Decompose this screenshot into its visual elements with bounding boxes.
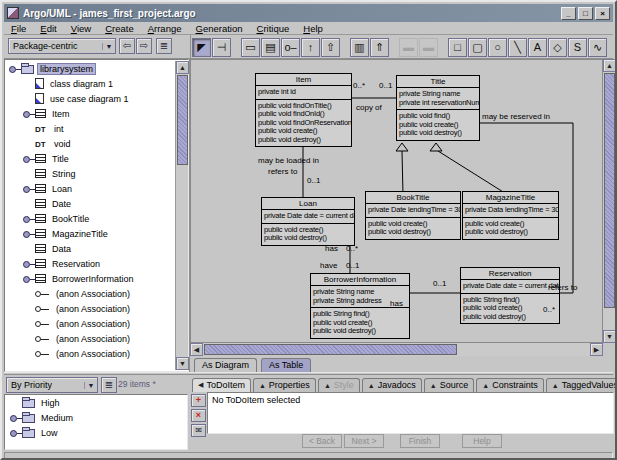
details-tab[interactable]: ◀ ToDoItem <box>192 378 251 392</box>
tree-item[interactable]: (anon Association) <box>6 316 174 331</box>
chevron-down-icon[interactable]: ▼ <box>102 43 115 50</box>
horizontal-splitter[interactable] <box>4 372 613 375</box>
finish-button[interactable]: Finish <box>400 434 440 448</box>
tree-item[interactable]: BookTitle <box>6 211 174 226</box>
operation[interactable]: public void find() <box>397 112 479 121</box>
details-tab[interactable]: ▲ Source <box>424 378 474 392</box>
menu-item[interactable]: Critique <box>250 22 297 35</box>
package-tool[interactable] <box>241 38 260 57</box>
expand-handle-icon[interactable] <box>22 304 35 314</box>
expand-handle-icon[interactable] <box>9 398 22 408</box>
class-tool[interactable] <box>261 38 280 57</box>
expand-handle-icon[interactable] <box>22 319 35 329</box>
ink-tool[interactable] <box>588 38 607 57</box>
todo-priority-folder[interactable]: Medium <box>5 410 187 425</box>
operation[interactable]: public void destroy() <box>463 228 558 237</box>
tree-item[interactable]: (anon Association) <box>6 346 174 361</box>
multiplicity-label[interactable]: 0..1 <box>433 279 446 288</box>
tree-item[interactable]: int <box>6 121 174 136</box>
generalization-booktitle-title[interactable] <box>402 151 403 195</box>
association-name-label[interactable]: copy of <box>356 103 382 112</box>
uml-class-reservation[interactable]: Reservation private Date date = current … <box>460 267 560 324</box>
operation[interactable]: public void destroy() <box>256 136 351 145</box>
spline-tool[interactable] <box>568 38 587 57</box>
tree-item[interactable]: Data <box>6 241 174 256</box>
operation[interactable]: public void findOnId() <box>256 110 351 119</box>
association-name-label[interactable]: refers to <box>268 167 297 176</box>
tree-item[interactable]: use case diagram 1 <box>6 91 174 106</box>
association-name-label[interactable]: may be loaded in <box>258 156 319 165</box>
scrollbar-thumb[interactable] <box>604 73 615 308</box>
scroll-down-icon[interactable]: ▼ <box>176 357 189 370</box>
diagram-horizontal-scrollbar[interactable]: ◀ ▶ <box>190 343 603 356</box>
expand-handle-icon[interactable] <box>8 64 21 74</box>
attribute[interactable]: private String name <box>311 288 409 297</box>
circle-tool[interactable] <box>488 38 507 57</box>
attribute[interactable]: private int reservationNumber <box>397 99 479 108</box>
perspective-order-button[interactable]: ≣ <box>156 38 172 54</box>
expand-handle-icon[interactable] <box>22 259 35 269</box>
uml-class-magazinetitle[interactable]: MagazineTitle private Data lendingTime =… <box>462 191 559 240</box>
broom-tool[interactable] <box>212 38 231 57</box>
nav-forward-button[interactable]: ⇨ <box>136 38 152 54</box>
menu-item[interactable]: View <box>64 22 98 35</box>
expand-handle-icon[interactable] <box>22 124 35 134</box>
attribute[interactable]: private String name <box>397 90 479 99</box>
diagram-view-tab[interactable]: As Table <box>261 358 311 372</box>
polygon-tool[interactable] <box>548 38 567 57</box>
rounded-rectangle-tool[interactable] <box>468 38 487 57</box>
scroll-up-icon[interactable]: ▲ <box>603 59 616 72</box>
operation[interactable]: public void destroy() <box>397 129 479 138</box>
operation[interactable]: public void findOnReservation() <box>256 119 351 128</box>
multiplicity-label[interactable]: 0..* <box>346 244 358 253</box>
expand-handle-icon[interactable] <box>22 184 35 194</box>
operation[interactable]: public String find() <box>461 296 559 305</box>
todo-priority-folder[interactable]: High <box>5 395 187 410</box>
expand-handle-icon[interactable] <box>22 244 35 254</box>
multiplicity-label[interactable]: 0..1 <box>346 261 359 270</box>
operation[interactable]: public void create() <box>256 127 351 136</box>
attribute[interactable]: private int id <box>256 88 351 97</box>
expand-handle-icon[interactable] <box>22 79 35 89</box>
back-button[interactable]: < Back <box>302 434 342 448</box>
todo-perspective-combo[interactable]: By Priority ▼ <box>6 377 98 393</box>
realization-tool[interactable] <box>321 38 340 57</box>
tree-item[interactable]: Loan <box>6 181 174 196</box>
operation-tool[interactable] <box>419 38 438 57</box>
generalization-magazinetitle-title[interactable] <box>438 151 508 195</box>
association-tool[interactable] <box>281 38 300 57</box>
delete-todoitem-button[interactable]: × <box>191 409 206 422</box>
attribute[interactable]: private Date date = current date <box>262 212 354 221</box>
details-tab[interactable]: ▲ Constraints <box>476 378 543 392</box>
tree-item[interactable]: Title <box>6 151 174 166</box>
expand-handle-icon[interactable] <box>22 169 35 179</box>
minimize-button[interactable]: _ <box>561 7 576 20</box>
multiplicity-label[interactable]: 0..1 <box>379 81 392 90</box>
tree-item[interactable]: (anon Association) <box>6 301 174 316</box>
tree-item[interactable]: class diagram 1 <box>6 76 174 91</box>
menu-item[interactable]: Create <box>98 22 141 35</box>
scrollbar-thumb[interactable] <box>204 344 457 355</box>
expand-handle-icon[interactable] <box>22 334 35 344</box>
operation[interactable]: public void create() <box>311 319 409 328</box>
tree-item[interactable]: (anon Association) <box>6 286 174 301</box>
details-tab[interactable]: ▲ Properties <box>253 378 316 392</box>
scrollbar-thumb[interactable] <box>177 75 188 165</box>
association-name-label[interactable]: has <box>325 244 338 253</box>
association-name-label[interactable]: has <box>390 299 403 308</box>
line-tool[interactable] <box>508 38 527 57</box>
multiplicity-label[interactable]: 0..* <box>543 305 555 314</box>
expand-handle-icon[interactable] <box>22 109 35 119</box>
uml-class-booktitle[interactable]: BookTitle private Date lendingTime = 30 … <box>365 191 461 240</box>
diagram-vertical-scrollbar[interactable]: ▲ ▼ <box>603 59 616 343</box>
chevron-down-icon[interactable]: ▼ <box>84 382 97 389</box>
tree-item[interactable]: BorrowerInformation <box>6 271 174 286</box>
expand-handle-icon[interactable] <box>22 94 35 104</box>
scroll-left-icon[interactable]: ◀ <box>190 343 203 356</box>
operation[interactable]: public void destroy() <box>262 234 354 243</box>
maximize-button[interactable]: □ <box>578 7 593 20</box>
tree-item[interactable]: Item <box>6 106 174 121</box>
operation[interactable]: public void destroy() <box>311 327 409 336</box>
tree-item[interactable]: MagazineTitle <box>6 226 174 241</box>
scroll-down-icon[interactable]: ▼ <box>603 330 616 343</box>
